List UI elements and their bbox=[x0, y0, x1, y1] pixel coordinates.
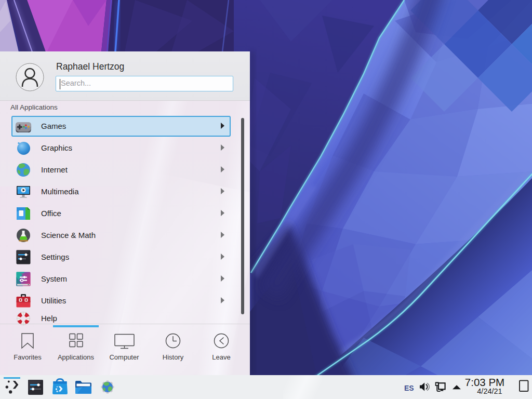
svg-text:ES: ES bbox=[404, 384, 414, 392]
